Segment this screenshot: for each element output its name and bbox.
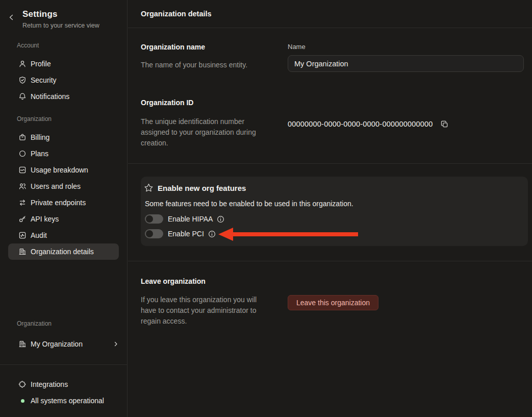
shield-icon — [18, 76, 27, 84]
sidebar-item-api-keys[interactable]: API keys — [8, 211, 119, 227]
circle-icon — [18, 150, 27, 158]
sidebar-item-label: Organization details — [31, 248, 94, 256]
sidebar-item-label: Audit — [31, 231, 47, 239]
org-switcher-button[interactable]: My Organization — [8, 336, 119, 352]
main-content: Organization details Organization name T… — [128, 0, 532, 417]
chevron-right-icon — [113, 341, 119, 347]
features-card-title: Enable new org features — [158, 184, 246, 192]
organization-name-input[interactable] — [288, 55, 524, 72]
sidebar-header: Settings Return to your service view — [0, 0, 127, 29]
info-icon[interactable] — [208, 230, 216, 238]
features-band: Enable new org features Some features ne… — [128, 163, 532, 261]
sidebar-item-security[interactable]: Security — [8, 72, 119, 88]
sidebar-item-users-and-roles[interactable]: Users and roles — [8, 178, 119, 194]
sidebar-item-profile[interactable]: Profile — [8, 56, 119, 72]
section-label-account: Account — [0, 42, 127, 49]
sidebar-subtitle[interactable]: Return to your service view — [22, 22, 99, 29]
users-icon — [18, 182, 27, 190]
user-icon — [18, 60, 27, 68]
sidebar-item-integrations[interactable]: Integrations — [8, 376, 119, 393]
hipaa-toggle-row: Enable HIPAA — [145, 214, 520, 224]
info-icon[interactable] — [217, 215, 224, 223]
status-label: All systems operational — [31, 397, 104, 405]
page-title: Organization details — [141, 10, 212, 18]
key-icon — [18, 215, 27, 223]
sidebar-item-plans[interactable]: Plans — [8, 145, 119, 162]
sidebar-item-label: Usage breakdown — [31, 166, 88, 174]
leave-org-section: Leave organization If you leave this org… — [128, 261, 532, 327]
bell-icon — [18, 92, 27, 101]
org-id-value: 00000000-0000-0000-0000-000000000000 — [288, 120, 433, 128]
system-status-link[interactable]: All systems operational — [8, 393, 119, 409]
settings-sidebar: Settings Return to your service view Acc… — [0, 0, 128, 417]
org-switcher-label: Organization — [0, 320, 127, 327]
sidebar-item-audit[interactable]: Audit — [8, 227, 119, 243]
sidebar-item-label: Integrations — [31, 380, 68, 388]
leave-org-description: If you leave this organization you will … — [141, 295, 269, 327]
org-id-section: Organization ID The unique identificatio… — [128, 72, 532, 163]
enable-pci-toggle[interactable] — [145, 229, 163, 238]
org-name-description: The name of your business entity. — [141, 60, 288, 70]
copy-icon[interactable] — [440, 120, 448, 128]
org-switcher: Organization My Organization — [0, 320, 127, 364]
chevron-left-icon[interactable] — [8, 14, 14, 29]
sidebar-item-label: Private endpoints — [31, 199, 86, 207]
enable-hipaa-toggle[interactable] — [145, 214, 163, 224]
sidebar-item-label: Users and roles — [31, 182, 81, 190]
sidebar-item-label: Plans — [31, 150, 48, 158]
sidebar-item-label: API keys — [31, 215, 59, 223]
features-card-description: Some features need to be enabled to be u… — [145, 200, 520, 208]
building-icon — [18, 248, 27, 256]
sidebar-title: Settings — [22, 9, 99, 19]
section-label-organization: Organization — [0, 115, 127, 122]
usage-chart-icon — [18, 166, 27, 174]
account-nav: Profile Security Notifications — [0, 56, 127, 105]
sidebar-item-label: Billing — [31, 133, 49, 141]
status-dot-icon — [21, 399, 24, 403]
organization-nav: Billing Plans Usage breakdown Users and … — [0, 129, 127, 260]
name-field-label: Name — [288, 43, 524, 51]
sidebar-item-notifications[interactable]: Notifications — [8, 88, 119, 105]
pci-toggle-label: Enable PCI — [168, 230, 204, 238]
audit-icon — [18, 231, 27, 239]
swap-arrows-icon — [18, 199, 27, 207]
sidebar-bottom: Organization My Organization Integration… — [0, 320, 127, 417]
leave-org-title: Leave organization — [141, 277, 288, 285]
leave-organization-button[interactable]: Leave this organization — [288, 295, 378, 310]
sidebar-item-label: Security — [31, 76, 57, 84]
sidebar-item-usage-breakdown[interactable]: Usage breakdown — [8, 162, 119, 178]
sidebar-item-label: Notifications — [31, 92, 69, 101]
sidebar-item-private-endpoints[interactable]: Private endpoints — [8, 194, 119, 211]
org-name-title: Organization name — [141, 43, 288, 51]
building-icon — [18, 340, 27, 348]
enable-features-card: Enable new org features Some features ne… — [141, 177, 528, 246]
page-header: Organization details — [128, 0, 532, 28]
org-id-description: The unique identification number assigne… — [141, 116, 269, 149]
sidebar-footer: Integrations All systems operational — [0, 364, 127, 417]
org-id-title: Organization ID — [141, 99, 288, 107]
sidebar-item-billing[interactable]: Billing — [8, 129, 119, 145]
sidebar-item-organization-details[interactable]: Organization details — [8, 243, 119, 260]
billing-icon — [18, 133, 27, 141]
hipaa-toggle-label: Enable HIPAA — [168, 215, 213, 223]
pci-toggle-row: Enable PCI — [145, 229, 520, 238]
star-icon — [144, 183, 154, 192]
sidebar-item-label: Profile — [31, 60, 51, 68]
org-switcher-value: My Organization — [31, 340, 113, 348]
puzzle-icon — [18, 380, 27, 388]
org-name-section: Organization name The name of your busin… — [128, 28, 532, 72]
